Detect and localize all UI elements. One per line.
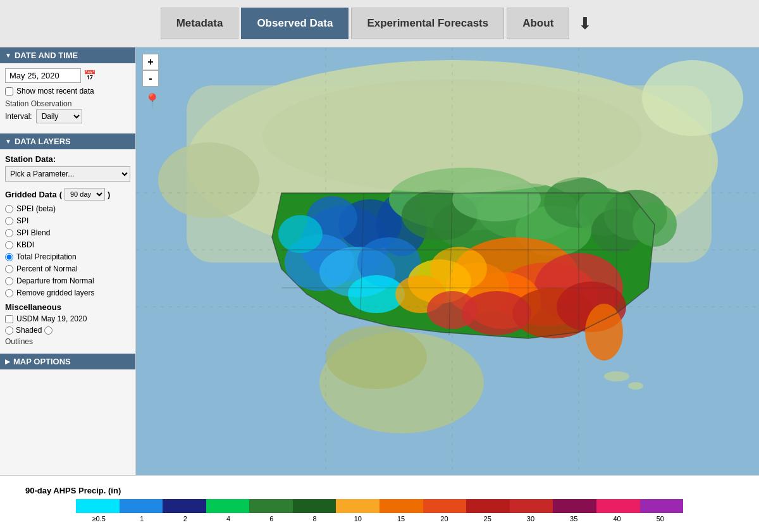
- legend-label-8: 20: [423, 515, 466, 523]
- shaded-label: Shaded: [16, 326, 42, 335]
- legend-swatch-12: [596, 499, 640, 513]
- legend-swatch-4: [249, 499, 293, 513]
- show-recent-label: Show most recent data: [16, 87, 94, 96]
- gridded-paren-close: ): [108, 190, 110, 199]
- data-layers-content: Station Data: Pick a Parameter... Gridde…: [0, 149, 135, 354]
- svg-point-49: [262, 79, 642, 193]
- radio-total-precip: Total Precipitation: [5, 252, 130, 261]
- interval-select[interactable]: Daily Weekly Monthly: [36, 109, 82, 123]
- station-data-label: Station Data:: [5, 154, 130, 164]
- radio-spi-blend: SPI Blend: [5, 228, 130, 237]
- legend-swatch-8: [423, 499, 467, 513]
- legend-swatch-7: [379, 499, 423, 513]
- calendar-icon[interactable]: 📅: [83, 70, 96, 82]
- legend-swatch-6: [336, 499, 379, 513]
- svg-point-3: [642, 60, 743, 136]
- legend-labels: ≥0.5124681015202530354050: [76, 515, 683, 523]
- radio-kbdi-label: KBDI: [16, 240, 34, 249]
- experimental-forecasts-tab[interactable]: Experimental Forecasts: [351, 8, 504, 39]
- legend-swatches: [76, 499, 683, 513]
- shaded-radio-right[interactable]: [44, 326, 52, 335]
- svg-point-4: [158, 142, 259, 218]
- date-time-section-header[interactable]: ▼ DATE AND TIME: [0, 47, 135, 63]
- radio-departure-normal-label: Departure from Normal: [16, 276, 94, 285]
- map-pin: 📍: [144, 93, 161, 109]
- station-obs-label: Station Observation: [5, 99, 130, 108]
- map-svg: [136, 47, 759, 475]
- date-time-label: DATE AND TIME: [15, 51, 78, 60]
- legend-label-2: 2: [164, 515, 207, 523]
- usdm-row: USDM May 19, 2020: [5, 314, 130, 323]
- zoom-out-button[interactable]: -: [142, 70, 159, 87]
- legend-container: ≥0.5124681015202530354050: [76, 499, 683, 523]
- radio-percent-normal-input[interactable]: [5, 265, 13, 273]
- legend-label-6: 10: [336, 515, 379, 523]
- legend-label-9: 25: [466, 515, 509, 523]
- radio-spei: SPEI (beta): [5, 204, 130, 213]
- shaded-row: Shaded: [5, 326, 130, 335]
- radio-departure-normal-input[interactable]: [5, 277, 13, 285]
- radio-spi-blend-label: SPI Blend: [16, 228, 50, 237]
- legend-swatch-13: [640, 499, 684, 513]
- date-time-content: 📅 Show most recent data Station Observat…: [0, 63, 135, 133]
- svg-point-12: [278, 215, 323, 253]
- usdm-checkbox[interactable]: [5, 315, 13, 323]
- legend-title: 90-day AHPS Precip. (in): [25, 486, 121, 495]
- legend-label-1: 1: [120, 515, 163, 523]
- observed-data-tab[interactable]: Observed Data: [241, 8, 349, 39]
- data-layers-section-header[interactable]: ▼ DATA LAYERS: [0, 133, 135, 149]
- legend-label-12: 40: [595, 515, 638, 523]
- legend-swatch-9: [466, 499, 510, 513]
- date-input[interactable]: [5, 68, 81, 83]
- map-controls: + -: [142, 54, 159, 87]
- outlines-label: Outlines: [5, 337, 130, 346]
- gridded-data-label: Gridded Data: [5, 190, 57, 199]
- map-options-label: MAP OPTIONS: [13, 357, 71, 366]
- legend-swatch-0: [76, 499, 120, 513]
- map-container[interactable]: + - 📍: [136, 47, 759, 475]
- map-options-arrow: ▶: [5, 358, 10, 365]
- legend-label-3: 4: [207, 515, 250, 523]
- radio-percent-normal: Percent of Normal: [5, 264, 130, 273]
- legend-label-0: ≥0.5: [77, 515, 120, 523]
- radio-percent-normal-label: Percent of Normal: [16, 264, 78, 273]
- metadata-tab[interactable]: Metadata: [161, 8, 239, 39]
- download-button[interactable]: ⬇: [572, 14, 598, 34]
- legend-label-11: 35: [552, 515, 595, 523]
- legend-bar: 90-day AHPS Precip. (in) ≥0.512468101520…: [0, 475, 759, 532]
- radio-remove-gridded-input[interactable]: [5, 289, 13, 297]
- radio-remove-gridded: Remove gridded layers: [5, 288, 130, 297]
- zoom-in-button[interactable]: +: [142, 54, 159, 70]
- legend-swatch-5: [293, 499, 336, 513]
- data-layers-arrow: ▼: [5, 138, 11, 145]
- radio-spi-blend-input[interactable]: [5, 229, 13, 237]
- radio-spi-input[interactable]: [5, 217, 13, 225]
- main-layout: ▼ DATE AND TIME 📅 Show most recent data …: [0, 47, 759, 475]
- radio-total-precip-label: Total Precipitation: [16, 252, 77, 261]
- show-recent-row: Show most recent data: [5, 87, 130, 96]
- radio-kbdi-input[interactable]: [5, 241, 13, 249]
- top-navigation: Metadata Observed Data Experimental Fore…: [0, 0, 759, 47]
- interval-row: Interval: Daily Weekly Monthly: [5, 109, 130, 123]
- legend-label-13: 50: [639, 515, 682, 523]
- svg-point-46: [326, 326, 427, 389]
- legend-label-5: 8: [293, 515, 336, 523]
- radio-total-precip-input[interactable]: [5, 253, 13, 261]
- gridded-period-select[interactable]: 90 day 30 day 7 day 14 day: [65, 188, 105, 201]
- pick-param-select[interactable]: Pick a Parameter...: [5, 166, 130, 182]
- legend-swatch-3: [206, 499, 250, 513]
- legend-swatch-1: [120, 499, 163, 513]
- legend-swatch-10: [510, 499, 553, 513]
- date-input-row: 📅: [5, 68, 130, 83]
- about-tab[interactable]: About: [507, 8, 569, 39]
- radio-spei-input[interactable]: [5, 205, 13, 213]
- legend-swatch-2: [163, 499, 206, 513]
- shaded-radio-left[interactable]: [5, 326, 13, 335]
- interval-label: Interval:: [5, 112, 32, 121]
- show-recent-checkbox[interactable]: [5, 87, 13, 96]
- radio-kbdi: KBDI: [5, 240, 130, 249]
- map-options-section-header[interactable]: ▶ MAP OPTIONS: [0, 354, 135, 369]
- radio-spi: SPI: [5, 216, 130, 225]
- legend-label-7: 15: [379, 515, 423, 523]
- legend-swatch-11: [553, 499, 596, 513]
